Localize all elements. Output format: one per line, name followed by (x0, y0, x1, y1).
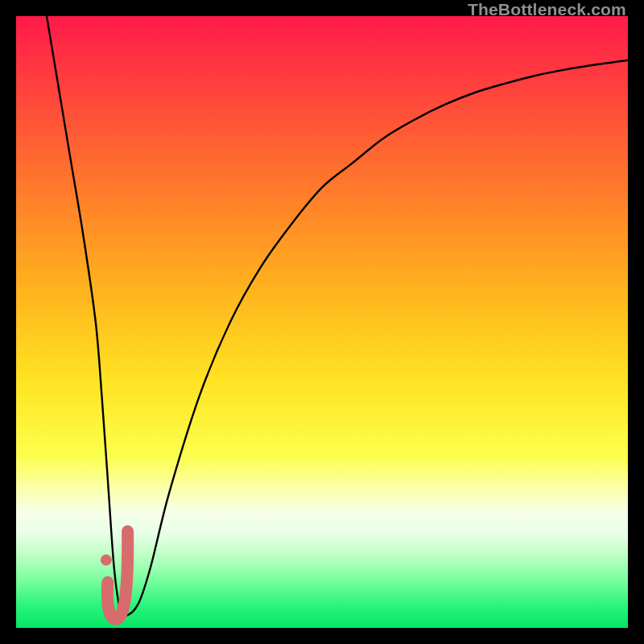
bottleneck-curve (47, 16, 628, 617)
plot-area (16, 16, 628, 628)
outer-frame: TheBottleneck.com (0, 0, 644, 644)
watermark-text: TheBottleneck.com (468, 0, 626, 19)
svg-point-1 (101, 555, 112, 566)
chart-svg (16, 16, 628, 628)
